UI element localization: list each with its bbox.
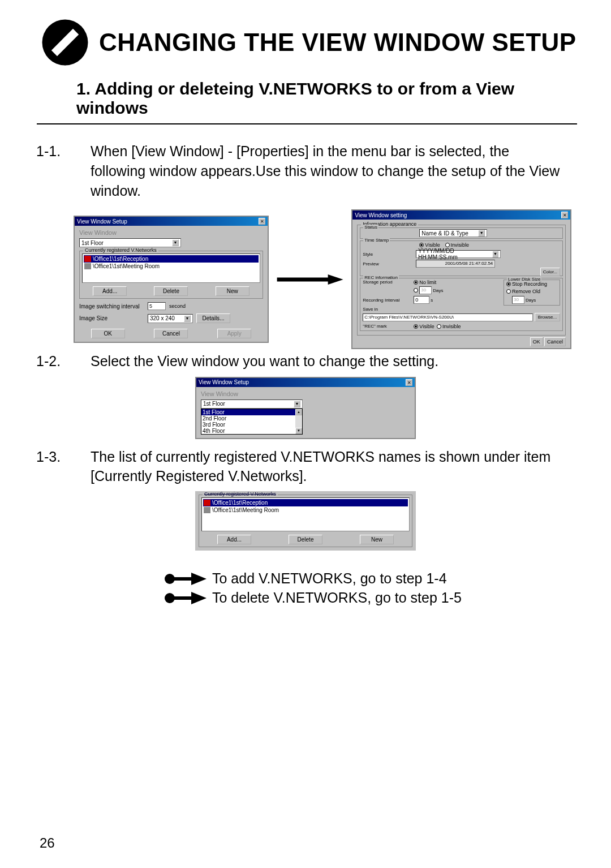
visible-radio[interactable]: Visible	[419, 242, 440, 248]
dialog-titlebar: View Window setting ✕	[352, 210, 570, 220]
arrow-right-icon	[164, 571, 206, 586]
stop-recording-radio[interactable]: Stop Recording	[506, 281, 547, 287]
arrow-right-icon	[164, 591, 206, 605]
step-text: Select the View window you want to chang…	[91, 353, 438, 369]
combo-value: Name & ID & Type	[421, 230, 468, 237]
rec-interval-spinner[interactable]: 0	[414, 296, 429, 304]
combo-value: YYYY/MM/DD HH:MM:SS.mm	[418, 248, 492, 260]
new-button[interactable]: New	[216, 286, 249, 296]
view-window-label: View Window	[79, 229, 263, 236]
days-radio[interactable]	[414, 288, 418, 293]
chevron-down-icon[interactable]: ▼	[172, 239, 179, 246]
chevron-down-icon[interactable]: ▼	[492, 251, 499, 257]
disk-size-label: Lower Disk Size	[507, 277, 541, 282]
list-item-label: \Office1\1st\Meeting Room	[93, 263, 160, 269]
list-item[interactable]: \Office1\1st\Reception	[84, 255, 259, 263]
dropdown-item[interactable]: 4th Floor	[201, 428, 295, 434]
dropdown-item[interactable]: 3rd Floor	[201, 422, 295, 428]
networks-listbox[interactable]: \Office1\1st\Reception \Office1\1st\Meet…	[201, 497, 410, 531]
view-window-label: View Window	[201, 390, 410, 397]
timestamp-label: Time Stamp	[363, 238, 390, 243]
dialog-title: View Window setting	[355, 212, 407, 218]
add-button[interactable]: Add...	[93, 286, 127, 296]
section-heading: 1. Adding or deleteing V.NETWORKS to or …	[37, 68, 577, 124]
nolimit-radio[interactable]: No limit	[414, 280, 436, 285]
cancel-button[interactable]: Cancel	[154, 329, 188, 338]
combo-value: 1st Floor	[81, 240, 104, 246]
savein-path[interactable]: C:\Program Files\V.NETWORKS\VN-S200U\	[363, 313, 533, 321]
view-window-combo[interactable]: 1st Floor ▼	[79, 238, 181, 247]
invisible-radio[interactable]: Invisible	[437, 324, 461, 329]
days-label: Days	[526, 298, 536, 303]
cancel-button[interactable]: Cancel	[544, 337, 566, 346]
scrollbar[interactable]: ▲ ▼	[295, 409, 302, 434]
ok-button[interactable]: OK	[530, 337, 543, 346]
chevron-down-icon[interactable]: ▼	[294, 401, 300, 407]
ok-button[interactable]: OK	[91, 329, 125, 338]
image-size-combo[interactable]: 320 x 240 ▼	[148, 314, 193, 323]
remove-old-radio[interactable]: Remove Old	[506, 289, 540, 294]
apply-button[interactable]: Apply	[217, 329, 251, 338]
step-number: 1-1.	[63, 141, 91, 161]
dialog-titlebar: View Window Setup ✕	[75, 217, 268, 226]
chevron-down-icon[interactable]: ▼	[478, 230, 485, 237]
delete-step-text: To delete V.NETWORKS, go to step 1-5	[212, 590, 462, 606]
close-icon[interactable]: ✕	[561, 212, 568, 218]
networks-listbox[interactable]: \Office1\1st\Reception \Office1\1st\Meet…	[82, 253, 260, 283]
list-item[interactable]: \Office1\1st\Meeting Room	[203, 506, 408, 514]
svg-marker-2	[277, 274, 343, 285]
delete-button[interactable]: Delete	[154, 286, 188, 296]
sec-label: s	[431, 298, 433, 303]
view-window-dropdown-dialog: View Window Setup ✕ View Window 1st Floo…	[195, 377, 416, 439]
delete-step-line: To delete V.NETWORKS, go to step 1-5	[164, 590, 611, 606]
step-number: 1-3.	[63, 448, 91, 467]
visible-radio[interactable]: Visible	[414, 324, 434, 329]
rec-info-label: REC information	[363, 275, 399, 280]
svg-point-6	[165, 593, 175, 603]
savein-label: Save in	[363, 307, 560, 312]
add-button[interactable]: Add...	[217, 535, 251, 544]
browse-button[interactable]: Browse...	[535, 313, 560, 321]
status-combo[interactable]: Name & ID & Type ▼	[419, 229, 487, 237]
storage-period-label: Storage period	[363, 280, 414, 285]
second-label: second	[169, 303, 186, 309]
dropdown-list[interactable]: 1st Floor 2nd Floor 3rd Floor 4th Floor …	[201, 409, 303, 435]
view-window-combo[interactable]: 1st Floor ▼	[201, 399, 303, 409]
page-title: CHANGING THE VIEW WINDOW SETUP	[99, 28, 576, 57]
scroll-up-icon[interactable]: ▲	[295, 409, 302, 415]
invisible-radio[interactable]: Invisible	[445, 242, 470, 248]
days-label: Days	[433, 288, 443, 293]
image-size-label: Image Size	[79, 315, 144, 321]
list-item[interactable]: \Office1\1st\Reception	[203, 499, 408, 506]
add-step-line: To add V.NETWORKS, go to step 1-4	[164, 570, 611, 587]
close-icon[interactable]: ✕	[406, 379, 412, 386]
chevron-down-icon[interactable]: ▼	[184, 315, 191, 322]
status-label: Status	[363, 225, 378, 230]
style-combo[interactable]: YYYY/MM/DD HH:MM:SS.mm ▼	[416, 250, 501, 258]
rec-mark-label: "REC" mark	[363, 324, 414, 329]
networks-group-label: Currently registered V.Networks	[83, 247, 158, 253]
step-text: When [View Window] - [Properties] in the…	[91, 143, 560, 199]
list-item-label: \Office1\1st\Meeting Room	[212, 507, 279, 513]
network-icon	[84, 263, 91, 269]
svg-rect-7	[174, 596, 191, 600]
dropdown-item[interactable]: 2nd Floor	[201, 415, 295, 422]
logo-icon	[40, 17, 91, 68]
dropdown-item[interactable]: 1st Floor	[201, 409, 295, 415]
scroll-down-icon[interactable]: ▼	[295, 428, 302, 434]
rec-interval-label: Recording Interval	[363, 298, 414, 303]
arrow-icon	[274, 274, 346, 285]
dialog-title: View Window Setup	[199, 379, 249, 385]
details-button[interactable]: Details...	[196, 313, 230, 323]
preview-box: 2001/05/08 21:47:02.54	[416, 260, 495, 268]
step-1-3: 1-3.The list of currently registered V.N…	[0, 448, 611, 486]
dialog-title: View Window Setup	[77, 218, 127, 225]
close-icon[interactable]: ✕	[259, 218, 265, 225]
networks-panel: Currently registered V.Networks \Office1…	[195, 491, 416, 551]
list-item[interactable]: \Office1\1st\Meeting Room	[84, 263, 259, 270]
interval-spinner[interactable]: 5	[148, 302, 166, 310]
network-icon	[84, 256, 91, 262]
new-button[interactable]: New	[360, 535, 394, 544]
delete-button[interactable]: Delete	[289, 535, 322, 544]
color-button[interactable]: Color...	[540, 268, 560, 276]
